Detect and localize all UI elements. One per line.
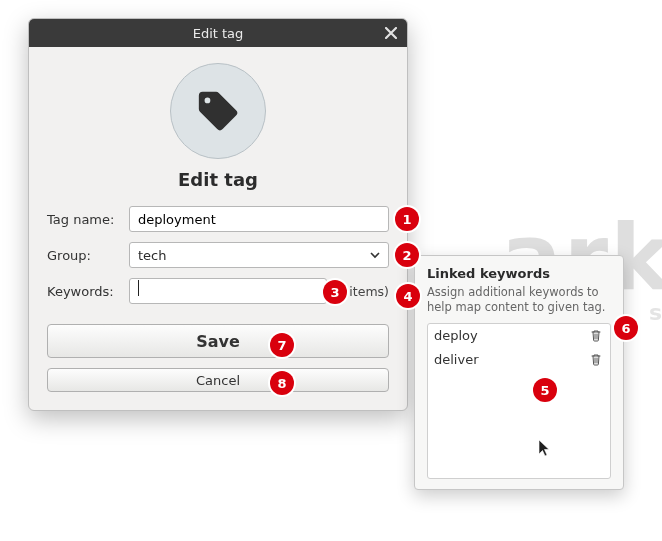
tag-icon bbox=[170, 63, 266, 159]
tag-name-label: Tag name: bbox=[47, 212, 129, 227]
keyword-text: deliver bbox=[434, 352, 479, 367]
dialog-heading: Edit tag bbox=[47, 169, 389, 190]
tag-hero bbox=[47, 63, 389, 159]
annotation-badge-2: 2 bbox=[395, 243, 419, 267]
annotation-badge-7: 7 bbox=[270, 333, 294, 357]
trash-icon[interactable] bbox=[588, 352, 604, 368]
edit-tag-dialog: Edit tag Edit tag Tag name: Group: tech bbox=[28, 18, 408, 411]
group-select[interactable]: tech bbox=[129, 242, 389, 268]
popover-description: Assign additional keywords to help map c… bbox=[427, 285, 611, 315]
popover-title: Linked keywords bbox=[427, 266, 611, 281]
annotation-badge-1: 1 bbox=[395, 207, 419, 231]
tag-name-input[interactable] bbox=[129, 206, 389, 232]
keyword-item: deploy bbox=[428, 324, 610, 348]
group-select-value: tech bbox=[138, 248, 366, 263]
dialog-titlebar: Edit tag bbox=[29, 19, 407, 47]
cancel-button[interactable]: Cancel bbox=[47, 368, 389, 392]
annotation-badge-8: 8 bbox=[270, 371, 294, 395]
dialog-title: Edit tag bbox=[193, 26, 244, 41]
keyword-text: deploy bbox=[434, 328, 478, 343]
close-icon[interactable] bbox=[381, 23, 401, 43]
annotation-badge-5: 5 bbox=[533, 378, 557, 402]
trash-icon[interactable] bbox=[588, 328, 604, 344]
keywords-input[interactable] bbox=[129, 278, 327, 304]
save-button[interactable]: Save bbox=[47, 324, 389, 358]
annotation-badge-3: 3 bbox=[323, 280, 347, 304]
linked-keywords-popover: Linked keywords Assign additional keywor… bbox=[414, 255, 624, 490]
watermark-subtext: s bbox=[649, 300, 662, 325]
group-label: Group: bbox=[47, 248, 129, 263]
annotation-badge-6: 6 bbox=[614, 316, 638, 340]
cursor-icon bbox=[538, 439, 552, 462]
keyword-item: deliver bbox=[428, 348, 610, 372]
chevron-down-icon bbox=[366, 246, 384, 264]
keywords-list: deploy deliver bbox=[427, 323, 611, 479]
keywords-label: Keywords: bbox=[47, 284, 129, 299]
annotation-badge-4: 4 bbox=[396, 284, 420, 308]
